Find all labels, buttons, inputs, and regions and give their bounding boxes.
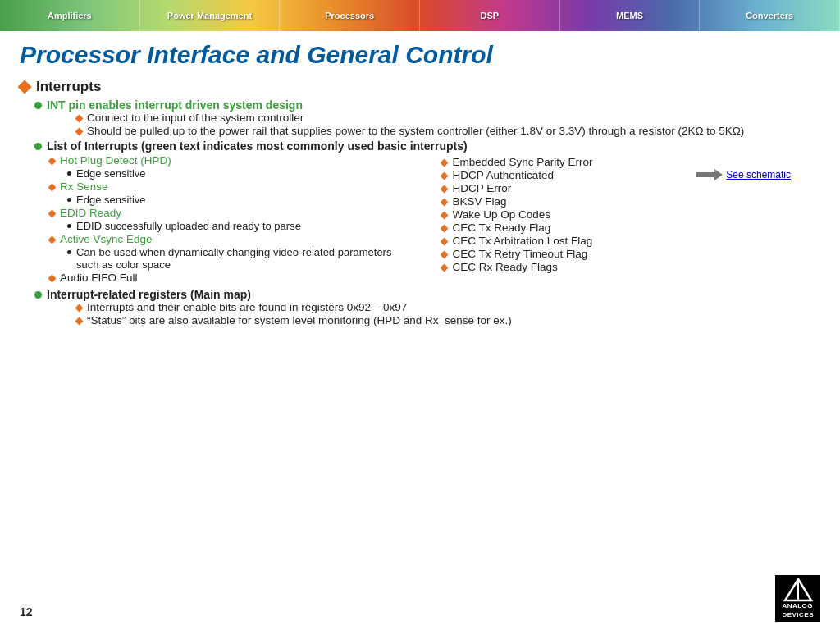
wakeup-text: Wake Up Op Codes [452,208,550,221]
logo-line2: DEVICES [782,611,814,619]
lvl2-cec-tx-retry: CEC Tx Retry Timeout Flag [441,248,820,260]
rxsense-label: Rx Sense [60,180,108,193]
int-pin-label: INT pin enables interrupt driven system … [47,98,303,112]
cec-tx-ready-diamond [441,225,449,233]
ad-logo-icon [783,578,813,602]
small-diamond-icon-2 [75,128,84,136]
cec-rx-ready-text: CEC Rx Ready Flags [452,261,557,273]
small-circle-icon-2 [67,198,71,202]
banner-processors: Processors [280,0,420,31]
small-diamond-icon [75,115,84,123]
small-circle-icon-4 [67,250,71,254]
lvl2-hdcp-error: HDCP Error [441,182,820,194]
lvl2-hpd: Hot Plug Detect (HPD) [49,154,404,167]
col-left: Hot Plug Detect (HPD) Edge sensitive Rx … [20,154,404,285]
lvl2-vsync: Active Vsync Edge [49,233,404,245]
lvl2-pullup: Should be pulled up to the power rail th… [76,125,744,137]
vsync-sub-text: Can be used when dynamically changing vi… [76,246,404,271]
lvl2-connect: Connect to the input of the system contr… [76,112,744,124]
hdcp-error-text: HDCP Error [452,182,511,194]
embedded-sync-diamond [441,159,449,167]
cec-tx-retry-text: CEC Tx Retry Timeout Flag [452,248,587,260]
green-circle-icon-3 [34,291,42,299]
hdcp-auth-text: HDCP Authenticated [452,169,554,181]
small-circle-icon [67,171,71,176]
lvl2-status-bits: “Status” bits are also available for sys… [76,314,512,326]
lvl2-wakeup: Wake Up Op Codes [441,208,820,221]
page-title: Processor Interface and General Control [0,31,840,75]
vsync-label: Active Vsync Edge [60,233,153,245]
section-heading: Interrupts [20,79,820,95]
lvl1-int-pin: INT pin enables interrupt driven system … [34,98,820,138]
section-diamond-icon [18,80,32,94]
see-schematic-link[interactable]: See schematic [726,169,791,180]
page-number: 12 [20,605,33,619]
hpd-label: Hot Plug Detect (HPD) [60,154,171,167]
lvl2-reg-enable: Interrupts and their enable bits are fou… [76,301,512,313]
rxsense-diamond-icon [48,184,57,192]
small-circle-icon-3 [67,224,71,228]
lvl2-cec-rx-ready: CEC Rx Ready Flags [441,261,820,273]
green-circle-icon [34,102,42,109]
banner-amplifiers: Amplifiers [0,0,140,31]
reg-enable-diamond [75,304,84,313]
list-heading-label: List of Interrupts (green text indicates… [47,139,468,153]
cec-tx-ready-text: CEC Tx Ready Flag [452,221,550,234]
lvl2-edid: EDID Ready [49,207,404,219]
lvl3-vsync-sub: Can be used when dynamically changing vi… [67,246,404,271]
lvl2-cec-tx-arb: CEC Tx Arbitration Lost Flag [441,235,820,247]
lvl3-edid-sub: EDID successfully uploaded and ready to … [67,220,404,232]
top-banner: Amplifiers Power Management Processors D… [0,0,840,31]
vsync-diamond-icon [48,236,57,244]
lvl1-registers: Interrupt-related registers (Main map) I… [34,288,820,327]
edid-diamond-icon [48,210,57,218]
lvl2-cec-tx-ready: CEC Tx Ready Flag [441,221,820,234]
reg-enable-text: Interrupts and their enable bits are fou… [87,301,407,313]
arrow-icon [696,168,723,181]
analog-devices-logo: ANALOG DEVICES [775,575,820,622]
lvl2-audio-fifo: Audio FIFO Full [49,272,404,284]
edid-sub-text: EDID successfully uploaded and ready to … [76,220,301,232]
banner-converters: Converters [700,0,840,31]
banner-dsp: DSP [420,0,560,31]
lvl3-hpd-edge: Edge sensitive [67,167,404,180]
banner-mems: MEMS [560,0,701,31]
section-heading-label: Interrupts [36,79,101,95]
lvl2-rxsense: Rx Sense [49,180,404,193]
lvl2-embedded-sync: Embedded Sync Parity Error [441,156,820,168]
cec-tx-retry-diamond [441,251,449,259]
lvl2-connect-text: Connect to the input of the system contr… [87,112,304,124]
banner-power: Power Management [140,0,281,31]
schematic-link-area[interactable]: See schematic [696,168,791,181]
hdcp-auth-diamond [441,172,449,180]
status-bits-diamond [75,317,84,326]
status-bits-text: “Status” bits are also available for sys… [87,314,512,326]
green-circle-icon-2 [34,143,42,150]
wakeup-diamond [441,212,449,220]
logo-line1: ANALOG [782,602,814,610]
edid-label: EDID Ready [60,207,121,219]
lvl2-bksv: BKSV Flag [441,195,820,208]
cec-tx-arb-diamond [441,238,449,246]
hpd-edge-text: Edge sensitive [76,167,146,180]
hpd-diamond-icon [48,158,57,166]
ad-logo-box: ANALOG DEVICES [775,575,820,622]
hdcp-error-diamond [441,185,449,194]
svg-marker-0 [696,169,723,180]
main-content: Interrupts INT pin enables interrupt dri… [0,75,840,337]
rxsense-edge-text: Edge sensitive [76,194,146,206]
cec-tx-arb-text: CEC Tx Arbitration Lost Flag [452,235,592,247]
cec-rx-ready-diamond [441,264,449,272]
embedded-sync-text: Embedded Sync Parity Error [452,156,592,168]
lvl1-list-heading: List of Interrupts (green text indicates… [34,139,820,153]
audio-fifo-label: Audio FIFO Full [60,272,138,284]
audio-fifo-diamond-icon [48,275,57,283]
bksv-text: BKSV Flag [452,195,506,208]
lvl3-rxsense-edge: Edge sensitive [67,194,404,206]
bksv-diamond [441,199,449,207]
registers-label: Interrupt-related registers (Main map) [47,288,251,301]
lvl2-pullup-text: Should be pulled up to the power rail th… [87,125,744,137]
